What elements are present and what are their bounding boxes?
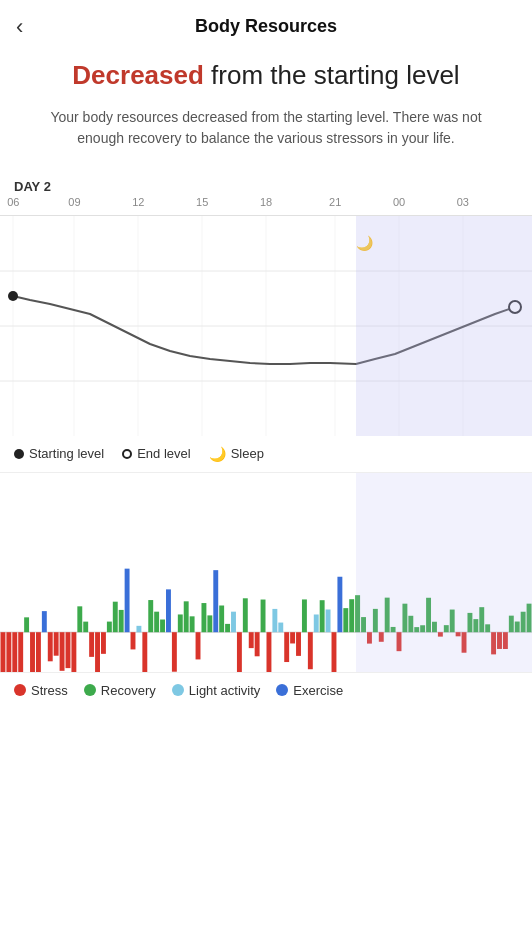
hero-section: Decreased from the starting level Your b… <box>0 49 532 169</box>
svg-rect-56 <box>261 599 266 632</box>
bl-light-activity: Light activity <box>172 683 261 698</box>
tick-06: 06 <box>7 196 19 208</box>
svg-rect-38 <box>154 611 159 632</box>
line-chart: 🌙 <box>0 216 532 436</box>
svg-rect-14 <box>12 632 17 672</box>
svg-rect-42 <box>178 614 183 632</box>
svg-rect-69 <box>337 577 342 632</box>
svg-rect-68 <box>332 632 337 672</box>
time-axis: 06 09 12 15 18 21 00 03 <box>0 196 532 216</box>
tick-03: 03 <box>457 196 469 208</box>
svg-rect-32 <box>119 610 124 632</box>
starting-level-label: Starting level <box>29 446 104 461</box>
bottom-legend: Stress Recovery Light activity Exercise <box>0 672 532 708</box>
svg-rect-35 <box>136 626 141 632</box>
svg-rect-37 <box>148 600 153 632</box>
svg-rect-24 <box>71 632 76 672</box>
svg-rect-43 <box>184 601 189 632</box>
tick-15: 15 <box>196 196 208 208</box>
day-label: DAY 2 <box>0 179 532 194</box>
page-title: Body Resources <box>195 16 337 37</box>
svg-rect-48 <box>213 570 218 632</box>
light-activity-label: Light activity <box>189 683 261 698</box>
svg-rect-54 <box>249 632 254 648</box>
tick-12: 12 <box>132 196 144 208</box>
hero-rest-text: from the starting level <box>204 60 460 90</box>
bl-recovery: Recovery <box>84 683 156 698</box>
legend-end-level: End level <box>122 446 190 461</box>
svg-rect-70 <box>343 608 348 632</box>
svg-rect-61 <box>290 632 295 643</box>
end-level-dot <box>122 449 132 459</box>
svg-rect-26 <box>83 621 88 632</box>
recovery-label: Recovery <box>101 683 156 698</box>
svg-rect-53 <box>243 598 248 632</box>
svg-rect-13 <box>6 632 11 672</box>
svg-rect-67 <box>326 609 331 632</box>
bl-exercise: Exercise <box>276 683 343 698</box>
legend-sleep: 🌙 Sleep <box>209 446 264 462</box>
hero-headline: Decreased from the starting level <box>20 59 512 93</box>
bar-chart <box>0 472 532 672</box>
svg-rect-41 <box>172 632 177 672</box>
svg-rect-22 <box>60 632 65 671</box>
svg-rect-51 <box>231 611 236 632</box>
svg-rect-71 <box>349 599 354 632</box>
svg-rect-15 <box>18 632 23 672</box>
svg-rect-36 <box>142 632 147 672</box>
exercise-label: Exercise <box>293 683 343 698</box>
end-level-label: End level <box>137 446 190 461</box>
sleep-overlay <box>356 216 532 436</box>
svg-rect-65 <box>314 614 319 632</box>
hero-description: Your body resources decreased from the s… <box>20 107 512 149</box>
sleep-moon-legend-icon: 🌙 <box>209 446 226 462</box>
svg-rect-40 <box>166 589 171 632</box>
svg-rect-19 <box>42 611 47 632</box>
legend-starting-level: Starting level <box>14 446 104 461</box>
svg-rect-44 <box>190 616 195 632</box>
svg-rect-62 <box>296 632 301 656</box>
tick-09: 09 <box>68 196 80 208</box>
svg-rect-33 <box>125 568 130 632</box>
svg-rect-49 <box>219 605 224 632</box>
exercise-dot <box>276 684 288 696</box>
svg-rect-25 <box>77 606 82 632</box>
header: ‹ Body Resources <box>0 0 532 49</box>
sleep-label: Sleep <box>231 446 264 461</box>
svg-rect-23 <box>66 632 71 668</box>
svg-rect-60 <box>284 632 289 662</box>
light-activity-dot <box>172 684 184 696</box>
bl-stress: Stress <box>14 683 68 698</box>
svg-rect-31 <box>113 601 118 632</box>
svg-rect-30 <box>107 621 112 632</box>
svg-rect-64 <box>308 632 313 669</box>
svg-rect-55 <box>255 632 260 656</box>
stress-label: Stress <box>31 683 68 698</box>
chart-legend: Starting level End level 🌙 Sleep <box>0 436 532 472</box>
svg-rect-47 <box>207 615 212 632</box>
svg-rect-18 <box>36 632 41 672</box>
tick-18: 18 <box>260 196 272 208</box>
svg-rect-57 <box>267 632 272 672</box>
svg-rect-66 <box>320 600 325 632</box>
svg-rect-29 <box>101 632 106 654</box>
svg-rect-45 <box>196 632 201 659</box>
back-button[interactable]: ‹ <box>16 16 23 38</box>
tick-21: 21 <box>329 196 341 208</box>
stress-dot <box>14 684 26 696</box>
svg-rect-12 <box>1 632 6 672</box>
svg-rect-58 <box>272 609 277 632</box>
svg-rect-52 <box>237 632 242 672</box>
hero-decreased-word: Decreased <box>72 60 204 90</box>
svg-rect-63 <box>302 599 307 632</box>
svg-rect-21 <box>54 632 59 656</box>
svg-rect-59 <box>278 622 283 632</box>
svg-rect-17 <box>30 632 35 672</box>
svg-rect-39 <box>160 619 165 632</box>
svg-rect-27 <box>89 632 94 657</box>
svg-rect-50 <box>225 624 230 632</box>
svg-rect-46 <box>201 603 206 632</box>
line-chart-section: DAY 2 06 09 12 15 18 21 00 03 <box>0 179 532 436</box>
recovery-dot <box>84 684 96 696</box>
tick-00: 00 <box>393 196 405 208</box>
